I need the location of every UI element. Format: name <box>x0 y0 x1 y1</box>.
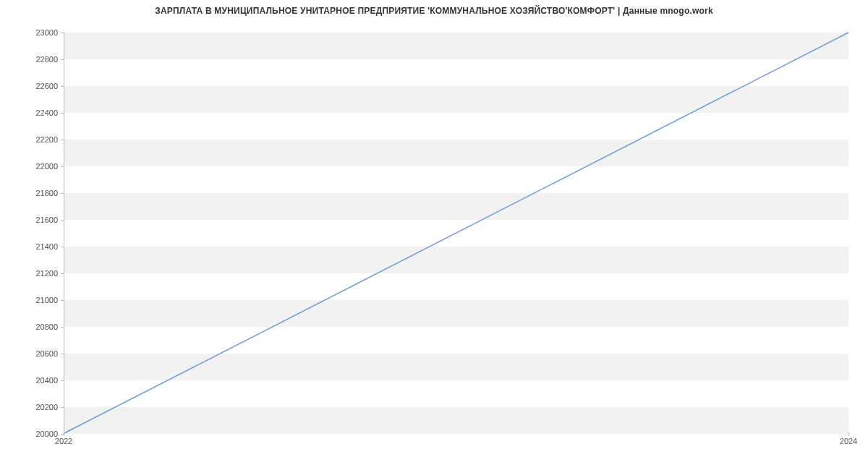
chart: ЗАРПЛАТА В МУНИЦИПАЛЬНОЕ УНИТАРНОЕ ПРЕДП… <box>0 0 868 470</box>
y-tick: 23000 <box>18 28 58 37</box>
y-tick: 21600 <box>18 215 58 224</box>
y-tick: 20400 <box>18 376 58 385</box>
line-series <box>64 33 848 433</box>
y-tick: 21800 <box>18 189 58 197</box>
x-tick: 2022 <box>55 437 72 445</box>
y-tick: 21200 <box>18 269 58 278</box>
y-tick: 22800 <box>18 55 58 64</box>
y-tick: 20600 <box>18 349 58 358</box>
y-tick: 20200 <box>18 403 58 411</box>
x-tick: 2024 <box>840 437 857 445</box>
plot-area <box>64 33 848 434</box>
y-tick: 21000 <box>18 296 58 304</box>
chart-title: ЗАРПЛАТА В МУНИЦИПАЛЬНОЕ УНИТАРНОЕ ПРЕДП… <box>0 6 868 16</box>
y-tick: 22600 <box>18 82 58 90</box>
y-tick: 20800 <box>18 322 58 331</box>
y-tick: 20000 <box>18 430 58 438</box>
y-tick: 22000 <box>18 162 58 171</box>
y-tick: 22400 <box>18 108 58 117</box>
y-tick: 22200 <box>18 135 58 144</box>
y-tick: 21400 <box>18 242 58 251</box>
